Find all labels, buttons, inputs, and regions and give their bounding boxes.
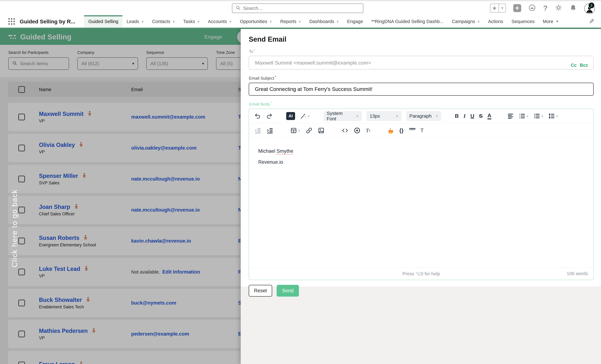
search-placeholder: Search... <box>243 6 262 11</box>
go-back-overlay[interactable]: Click here to go back <box>0 29 241 364</box>
nav-tab[interactable]: Engage <box>343 15 367 28</box>
nav-tab-label: Engage <box>347 19 363 24</box>
required-asterisk: * <box>275 75 276 79</box>
global-header: Search... ★ ▼ + ? 2 <box>0 1 601 15</box>
nav-tab[interactable]: **RingDNA Guided Selling Dashb... <box>367 15 448 28</box>
nav-tab[interactable]: Campaigns ∨ <box>448 15 484 28</box>
favorites-button[interactable]: ★ ▼ <box>490 4 506 13</box>
nav-tab[interactable]: Accounts ∨ <box>204 15 236 28</box>
nav-tab[interactable]: Actions <box>484 15 507 28</box>
nav-tab[interactable]: Leads ∨ <box>122 15 148 28</box>
subject-label: Email Subject* <box>249 75 594 81</box>
indent-icon[interactable] <box>267 127 273 134</box>
chevron-down-icon: ∨ <box>141 20 144 23</box>
unordered-list-icon[interactable]: ∨ <box>533 113 543 119</box>
editor-toolbar-row2: ∨ Tx <box>249 123 593 138</box>
app-root: Search... ★ ▼ + ? 2 <box>0 0 601 364</box>
nav-tab[interactable]: Sequences <box>507 15 539 28</box>
email-body-label: Email Body* <box>249 101 594 107</box>
nav-tab-label: Dashboards <box>309 19 334 24</box>
nav-tab[interactable]: Dashboards ∨ <box>305 15 343 28</box>
subject-value: Great Connecting at Tom Ferry's Success … <box>255 86 372 92</box>
link-icon[interactable] <box>306 127 312 134</box>
code-view-icon[interactable] <box>342 127 348 134</box>
edit-nav-pencil-icon[interactable]: ✎ <box>589 18 594 25</box>
chevron-down-icon: ∨ <box>477 20 480 23</box>
guided-selling-panel: Guided Selling Engage Search for Partici… <box>0 29 241 364</box>
to-value: Maxwell Summit <maxwell.summit@example.c… <box>255 60 371 66</box>
notifications-bell-icon[interactable] <box>570 4 577 12</box>
ordered-list-icon[interactable]: 123 ∨ <box>519 113 529 119</box>
nav-tab[interactable]: Reports ∨ <box>276 15 305 28</box>
app-launcher-icon[interactable] <box>8 18 15 25</box>
setup-gear-icon[interactable] <box>555 4 562 12</box>
chevron-down-icon: ∨ <box>299 20 301 23</box>
brand-border <box>0 28 601 29</box>
cc-link[interactable]: Cc <box>571 63 577 68</box>
nav-tab[interactable]: Contacts ∨ <box>148 15 179 28</box>
undo-icon[interactable] <box>254 113 261 119</box>
email-body-content[interactable]: Michael Smythe Revenue.io <box>249 138 593 267</box>
subject-input[interactable]: Great Connecting at Tom Ferry's Success … <box>249 83 594 96</box>
font-size-select[interactable]: 13px∨ <box>367 111 401 121</box>
go-back-label[interactable]: Click here to go back <box>10 184 19 273</box>
table-icon[interactable]: ∨ <box>290 127 300 134</box>
paragraph-format-select[interactable]: Paragraph∨ <box>406 111 441 121</box>
word-count: 106 words <box>567 271 588 276</box>
outdent-icon[interactable] <box>254 127 261 134</box>
nav-tab[interactable]: Guided Selling <box>84 15 122 28</box>
nav-tab-label: Tasks <box>183 19 195 24</box>
blockquote-icon[interactable]: ”” <box>409 128 415 133</box>
redo-icon[interactable] <box>266 113 272 119</box>
nav-tab[interactable]: Tasks ∨ <box>179 15 204 28</box>
nav-tab-label: Opportunities <box>240 19 267 24</box>
send-email-panel: Send Email To* Maxwell Summit <maxwell.s… <box>241 29 601 364</box>
nav-tab[interactable]: Opportunities ∨ <box>236 15 276 28</box>
nav-tab-label: Contacts <box>152 19 170 24</box>
misspelled-word: Smythe <box>277 148 293 154</box>
bcc-link[interactable]: Bcc <box>580 63 588 68</box>
flame-icon[interactable] <box>388 127 394 134</box>
bold-button[interactable]: B <box>455 113 459 119</box>
nav-tab[interactable]: More ▼ <box>539 15 563 28</box>
chevron-down-icon: ∨ <box>229 20 231 23</box>
merge-fields-icon[interactable]: {} <box>399 127 403 134</box>
app-nav-bar: Guided Selling by R... Guided Selling Le… <box>0 15 601 28</box>
underline-button[interactable]: U <box>470 113 474 119</box>
favorites-star-icon[interactable]: ★ <box>490 4 499 12</box>
required-asterisk: * <box>254 49 255 52</box>
magic-wand-icon[interactable]: ∨ <box>300 113 310 119</box>
preview-eye-icon[interactable] <box>354 127 361 134</box>
user-avatar[interactable]: 2 <box>584 3 594 13</box>
chevron-down-icon: ∨ <box>336 20 339 23</box>
nav-tab-label: More <box>543 19 553 24</box>
favorites-chevron-down-icon[interactable]: ▼ <box>499 4 506 12</box>
nav-tab-label: Reports <box>280 19 296 24</box>
clear-formatting-icon[interactable]: Tx <box>366 128 371 134</box>
text-insert-icon[interactable]: T <box>420 127 424 134</box>
text-color-button[interactable]: A <box>488 113 491 119</box>
search-icon <box>236 6 240 11</box>
align-left-icon[interactable] <box>507 113 514 119</box>
italic-button[interactable]: I <box>463 113 466 119</box>
nav-tab-label: Sequences <box>511 19 535 24</box>
strikethrough-button[interactable]: S <box>479 113 483 119</box>
chevron-down-icon: ∨ <box>270 20 272 23</box>
line-height-icon[interactable]: ∨ <box>548 113 558 119</box>
nav-tab-label: Leads <box>127 19 139 24</box>
svg-text:3: 3 <box>519 117 521 119</box>
chevron-down-icon: ∨ <box>197 20 200 23</box>
send-button[interactable]: Send <box>277 285 299 297</box>
reset-button[interactable]: Reset <box>249 285 272 297</box>
help-icon[interactable]: ? <box>543 4 548 12</box>
ai-assist-button[interactable]: AI <box>286 112 295 120</box>
image-icon[interactable] <box>318 127 324 134</box>
global-search-input[interactable]: Search... <box>232 3 363 13</box>
font-family-select[interactable]: System Font∨ <box>324 111 362 121</box>
to-field[interactable]: Maxwell Summit <maxwell.summit@example.c… <box>249 56 594 69</box>
editor-footer: Press ⌥0 for help 106 words <box>249 267 593 280</box>
global-add-button[interactable]: + <box>513 4 521 12</box>
editor-help-text: Press ⌥0 for help <box>402 271 440 276</box>
notification-count-badge: 2 <box>588 2 595 9</box>
trailhead-icon[interactable] <box>529 4 536 12</box>
